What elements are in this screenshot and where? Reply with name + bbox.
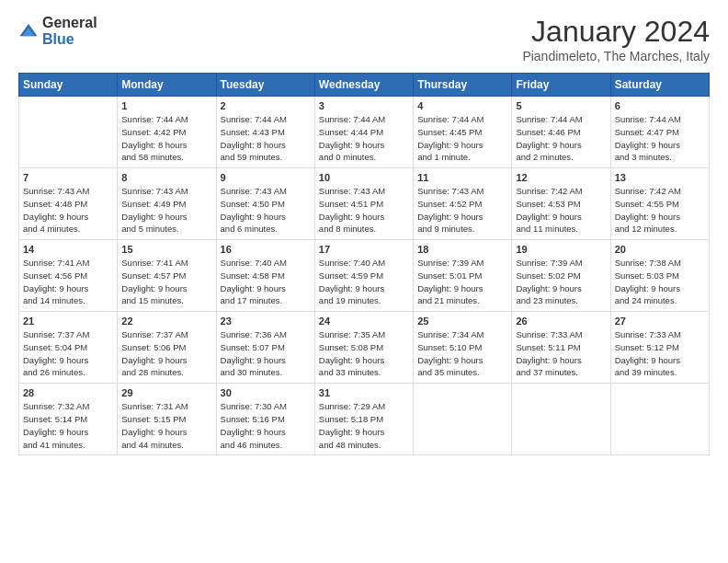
logo: General Blue [18,15,97,47]
day-number: 28 [23,387,113,398]
day-number: 25 [417,316,507,327]
day-info: Sunrise: 7:43 AM Sunset: 4:50 PM Dayligh… [221,185,311,236]
day-info: Sunrise: 7:38 AM Sunset: 5:03 PM Dayligh… [615,257,705,307]
day-cell: 16Sunrise: 7:40 AM Sunset: 4:58 PM Dayli… [216,240,314,312]
day-number: 13 [615,172,705,183]
day-cell: 11Sunrise: 7:43 AM Sunset: 4:52 PM Dayli… [414,168,512,240]
day-number: 17 [319,244,409,255]
day-info: Sunrise: 7:44 AM Sunset: 4:45 PM Dayligh… [417,113,507,164]
day-cell [512,384,610,455]
day-cell: 23Sunrise: 7:36 AM Sunset: 5:07 PM Dayli… [216,312,314,384]
day-cell: 19Sunrise: 7:39 AM Sunset: 5:02 PM Dayli… [512,240,610,312]
day-number: 22 [121,316,211,327]
day-cell: 25Sunrise: 7:34 AM Sunset: 5:10 PM Dayli… [414,312,512,384]
day-cell [610,384,709,455]
day-cell: 13Sunrise: 7:42 AM Sunset: 4:55 PM Dayli… [610,168,709,240]
col-monday: Monday [118,74,216,97]
day-info: Sunrise: 7:34 AM Sunset: 5:10 PM Dayligh… [417,328,507,379]
header: General Blue January 2024 Piandimeleto, … [18,15,710,63]
day-info: Sunrise: 7:44 AM Sunset: 4:43 PM Dayligh… [221,113,311,164]
day-cell: 4Sunrise: 7:44 AM Sunset: 4:45 PM Daylig… [414,97,512,168]
day-info: Sunrise: 7:36 AM Sunset: 5:07 PM Dayligh… [221,328,311,379]
page: General Blue January 2024 Piandimeleto, … [0,0,728,563]
day-number: 10 [319,172,409,183]
col-sunday: Sunday [19,74,118,97]
day-info: Sunrise: 7:44 AM Sunset: 4:44 PM Dayligh… [319,113,409,164]
day-cell: 18Sunrise: 7:39 AM Sunset: 5:01 PM Dayli… [414,240,512,312]
day-cell: 1Sunrise: 7:44 AM Sunset: 4:42 PM Daylig… [118,97,216,168]
day-number: 24 [319,316,409,327]
day-number: 15 [121,244,211,255]
day-info: Sunrise: 7:44 AM Sunset: 4:42 PM Dayligh… [121,113,211,164]
day-info: Sunrise: 7:39 AM Sunset: 5:01 PM Dayligh… [417,257,507,307]
logo-blue: Blue [42,31,97,48]
day-number: 2 [221,100,311,111]
day-number: 3 [319,100,409,111]
logo-text: General Blue [42,15,97,47]
day-cell: 6Sunrise: 7:44 AM Sunset: 4:47 PM Daylig… [610,97,709,168]
day-number: 23 [221,316,311,327]
day-info: Sunrise: 7:30 AM Sunset: 5:16 PM Dayligh… [221,400,311,451]
day-cell: 22Sunrise: 7:37 AM Sunset: 5:06 PM Dayli… [118,312,216,384]
week-row-1: 1Sunrise: 7:44 AM Sunset: 4:42 PM Daylig… [19,97,710,168]
day-info: Sunrise: 7:40 AM Sunset: 4:59 PM Dayligh… [319,257,409,307]
day-info: Sunrise: 7:43 AM Sunset: 4:52 PM Dayligh… [417,185,507,236]
day-info: Sunrise: 7:37 AM Sunset: 5:04 PM Dayligh… [23,328,113,379]
day-info: Sunrise: 7:33 AM Sunset: 5:11 PM Dayligh… [516,328,606,379]
day-cell: 17Sunrise: 7:40 AM Sunset: 4:59 PM Dayli… [314,240,413,312]
header-row: Sunday Monday Tuesday Wednesday Thursday… [19,74,710,97]
day-info: Sunrise: 7:39 AM Sunset: 5:02 PM Dayligh… [516,257,606,307]
calendar-body: 1Sunrise: 7:44 AM Sunset: 4:42 PM Daylig… [19,97,710,455]
day-info: Sunrise: 7:37 AM Sunset: 5:06 PM Dayligh… [121,328,211,379]
day-number: 11 [417,172,507,183]
day-number: 6 [615,100,705,111]
day-info: Sunrise: 7:42 AM Sunset: 4:53 PM Dayligh… [516,185,606,236]
day-number: 26 [516,316,606,327]
day-cell: 15Sunrise: 7:41 AM Sunset: 4:57 PM Dayli… [118,240,216,312]
day-cell: 21Sunrise: 7:37 AM Sunset: 5:04 PM Dayli… [19,312,118,384]
week-row-5: 28Sunrise: 7:32 AM Sunset: 5:14 PM Dayli… [19,384,710,455]
month-title: January 2024 [522,15,710,49]
day-cell: 20Sunrise: 7:38 AM Sunset: 5:03 PM Dayli… [610,240,709,312]
day-number: 27 [615,316,705,327]
day-number: 9 [221,172,311,183]
day-info: Sunrise: 7:33 AM Sunset: 5:12 PM Dayligh… [615,328,705,379]
col-friday: Friday [512,74,610,97]
day-cell: 5Sunrise: 7:44 AM Sunset: 4:46 PM Daylig… [512,97,610,168]
day-cell: 12Sunrise: 7:42 AM Sunset: 4:53 PM Dayli… [512,168,610,240]
calendar: Sunday Monday Tuesday Wednesday Thursday… [18,73,710,455]
day-info: Sunrise: 7:32 AM Sunset: 5:14 PM Dayligh… [23,400,113,451]
day-cell: 27Sunrise: 7:33 AM Sunset: 5:12 PM Dayli… [610,312,709,384]
day-number: 18 [417,244,507,255]
day-cell: 28Sunrise: 7:32 AM Sunset: 5:14 PM Dayli… [19,384,118,455]
day-number: 7 [23,172,113,183]
day-number: 16 [221,244,311,255]
day-cell: 14Sunrise: 7:41 AM Sunset: 4:56 PM Dayli… [19,240,118,312]
col-tuesday: Tuesday [216,74,314,97]
day-cell [19,97,118,168]
day-cell: 24Sunrise: 7:35 AM Sunset: 5:08 PM Dayli… [314,312,413,384]
day-cell [414,384,512,455]
day-number: 5 [516,100,606,111]
week-row-2: 7Sunrise: 7:43 AM Sunset: 4:48 PM Daylig… [19,168,710,240]
day-number: 19 [516,244,606,255]
day-info: Sunrise: 7:43 AM Sunset: 4:51 PM Dayligh… [319,185,409,236]
week-row-4: 21Sunrise: 7:37 AM Sunset: 5:04 PM Dayli… [19,312,710,384]
day-number: 30 [221,387,311,398]
day-cell: 2Sunrise: 7:44 AM Sunset: 4:43 PM Daylig… [216,97,314,168]
col-thursday: Thursday [414,74,512,97]
day-info: Sunrise: 7:41 AM Sunset: 4:57 PM Dayligh… [121,257,211,307]
col-wednesday: Wednesday [314,74,413,97]
day-cell: 29Sunrise: 7:31 AM Sunset: 5:15 PM Dayli… [118,384,216,455]
day-info: Sunrise: 7:35 AM Sunset: 5:08 PM Dayligh… [319,328,409,379]
day-number: 8 [121,172,211,183]
day-number: 21 [23,316,113,327]
calendar-header: Sunday Monday Tuesday Wednesday Thursday… [19,74,710,97]
day-info: Sunrise: 7:43 AM Sunset: 4:48 PM Dayligh… [23,185,113,236]
day-cell: 26Sunrise: 7:33 AM Sunset: 5:11 PM Dayli… [512,312,610,384]
day-info: Sunrise: 7:29 AM Sunset: 5:18 PM Dayligh… [319,400,409,451]
day-cell: 7Sunrise: 7:43 AM Sunset: 4:48 PM Daylig… [19,168,118,240]
day-cell: 8Sunrise: 7:43 AM Sunset: 4:49 PM Daylig… [118,168,216,240]
day-info: Sunrise: 7:41 AM Sunset: 4:56 PM Dayligh… [23,257,113,307]
day-number: 14 [23,244,113,255]
